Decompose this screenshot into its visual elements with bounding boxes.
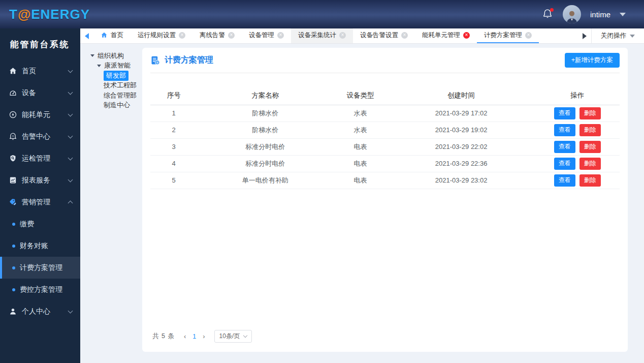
sidebar-subitem-finance-reconciliation[interactable]: 财务对账 xyxy=(0,235,80,257)
billing-plan-card: ¥ 计费方案管理 +新增计费方案 序号方案名称设备类型创建时间操作 1阶梯水价水… xyxy=(142,48,628,352)
cell-created: 2021-03-29 19:02 xyxy=(388,122,535,138)
tree-node[interactable]: 研发部 xyxy=(88,71,142,81)
cell-name: 阶梯水价 xyxy=(197,122,333,138)
svg-text:¥: ¥ xyxy=(156,60,158,64)
sidebar-item-reports[interactable]: 报表服务 xyxy=(0,169,80,191)
user-avatar[interactable] xyxy=(563,5,581,23)
bullet-dot-icon xyxy=(12,245,15,248)
tab-offline-alarm[interactable]: 离线告警× xyxy=(192,28,242,43)
tab-home[interactable]: 首页 xyxy=(93,28,131,43)
column-header: 设备类型 xyxy=(333,89,387,105)
sidebar-menu: 首页设备能耗单元告警中心运检管理报表服务营销管理缴费财务对账计费方案管理费控方案… xyxy=(0,60,80,322)
tab-close-icon[interactable]: × xyxy=(228,32,235,39)
sidebar-item-marketing[interactable]: 营销管理 xyxy=(0,191,80,213)
card-header: ¥ 计费方案管理 +新增计费方案 xyxy=(142,48,628,73)
column-header: 方案名称 xyxy=(197,89,333,105)
sidebar-subitem-payment[interactable]: 缴费 xyxy=(0,213,80,235)
tab-close-icon[interactable]: × xyxy=(179,32,185,39)
sidebar-item-home[interactable]: 首页 xyxy=(0,60,80,82)
sidebar-item-device[interactable]: 设备 xyxy=(0,82,80,104)
view-button[interactable]: 查看 xyxy=(554,107,575,119)
tab-billing-plan-mgmt[interactable]: 计费方案管理× xyxy=(477,28,539,43)
tab-run-rules[interactable]: 运行规则设置× xyxy=(131,28,192,43)
close-operations-label: 关闭操作 xyxy=(601,32,626,40)
tab-bar: 首页运行规则设置×离线告警×设备管理×设备采集统计×设备告警设置×能耗单元管理×… xyxy=(80,28,644,44)
table-row: 5单一电价有补助电表2021-03-29 23:02查看删除 xyxy=(150,172,620,189)
add-billing-plan-button[interactable]: +新增计费方案 xyxy=(565,53,620,68)
cell-no: 3 xyxy=(150,138,197,155)
view-button[interactable]: 查看 xyxy=(554,174,575,187)
pagination-prev-button[interactable]: ‹ xyxy=(182,332,188,340)
tab-label: 能耗单元管理 xyxy=(422,31,460,40)
tab-energy-unit-mgmt[interactable]: 能耗单元管理× xyxy=(415,28,477,43)
cell-type: 水表 xyxy=(333,105,387,122)
marketing-icon xyxy=(9,198,17,206)
view-button[interactable]: 查看 xyxy=(554,124,575,136)
tree-node[interactable]: 综合管理部 xyxy=(88,90,142,101)
view-button[interactable]: 查看 xyxy=(554,158,575,170)
tree-node-label: 制造中心 xyxy=(104,101,130,110)
tree-node-label: 技术工程部 xyxy=(104,81,137,90)
tree-node[interactable]: 技术工程部 xyxy=(88,81,142,91)
tab-scroll-right-icon[interactable] xyxy=(578,28,591,43)
content-area: 首页运行规则设置×离线告警×设备管理×设备采集统计×设备告警设置×能耗单元管理×… xyxy=(80,28,644,363)
sidebar-item-inspection[interactable]: 运检管理 xyxy=(0,147,80,169)
bullet-dot-icon xyxy=(12,288,15,291)
cell-actions: 查看删除 xyxy=(535,172,620,189)
tab-close-icon[interactable]: × xyxy=(463,32,470,39)
sidebar-system-title: 能管前台系统 xyxy=(0,28,80,60)
sidebar-item-alarm-center[interactable]: 告警中心 xyxy=(0,126,80,147)
page-size-select[interactable]: 10条/页 xyxy=(214,330,252,343)
tree-node[interactable]: 制造中心 xyxy=(88,101,142,111)
cell-no: 1 xyxy=(150,105,197,122)
delete-button[interactable]: 删除 xyxy=(579,141,601,153)
tree-node-label: 组织机构 xyxy=(98,51,124,60)
tab-label: 计费方案管理 xyxy=(484,31,522,40)
bullet-dot-icon xyxy=(12,266,15,269)
tab-close-icon[interactable]: × xyxy=(525,32,532,39)
tab-device-mgmt[interactable]: 设备管理× xyxy=(242,28,291,43)
tree-caret-icon[interactable] xyxy=(90,54,94,57)
pagination-next-button[interactable]: › xyxy=(201,332,207,340)
cell-type: 电表 xyxy=(333,138,387,155)
user-menu-caret-icon[interactable] xyxy=(620,13,626,16)
sidebar-subitem-billing-plan[interactable]: 计费方案管理 xyxy=(0,257,80,279)
sidebar-item-label: 能耗单元 xyxy=(22,110,50,119)
delete-button[interactable]: 删除 xyxy=(579,174,601,187)
sidebar-item-label: 设备 xyxy=(22,88,36,98)
tab-close-icon[interactable]: × xyxy=(401,32,408,39)
delete-button[interactable]: 删除 xyxy=(579,158,601,170)
cell-actions: 查看删除 xyxy=(535,105,620,122)
delete-button[interactable]: 删除 xyxy=(579,107,601,119)
tree-caret-icon[interactable] xyxy=(97,65,101,67)
cell-name: 阶梯水价 xyxy=(197,105,333,122)
sidebar-item-energy-unit[interactable]: 能耗单元 xyxy=(0,104,80,126)
sidebar-item-personal-center[interactable]: 个人中心 xyxy=(0,300,80,322)
sidebar-item-label: 首页 xyxy=(22,67,36,76)
sidebar-item-label: 报表服务 xyxy=(22,176,50,185)
tab-device-collect-stats[interactable]: 设备采集统计× xyxy=(291,28,353,43)
delete-button[interactable]: 删除 xyxy=(579,124,601,136)
close-operations-dropdown[interactable]: 关闭操作 xyxy=(591,28,644,43)
sidebar-item-label: 营销管理 xyxy=(22,198,50,207)
chevron-down-icon xyxy=(68,308,73,313)
notification-bell-icon[interactable] xyxy=(542,9,554,20)
cell-created: 2021-03-29 22:02 xyxy=(388,138,535,155)
sidebar-subitem-fee-control-plan[interactable]: 费控方案管理 xyxy=(0,279,80,300)
sidebar: 能管前台系统 首页设备能耗单元告警中心运检管理报表服务营销管理缴费财务对账计费方… xyxy=(0,28,80,363)
tab-close-icon[interactable]: × xyxy=(339,32,346,39)
chevron-up-icon xyxy=(68,201,73,206)
pagination-page-1[interactable]: 1 xyxy=(191,333,198,340)
tab-close-icon[interactable]: × xyxy=(277,32,284,39)
column-header: 序号 xyxy=(150,89,197,105)
tree-node[interactable]: 组织机构 xyxy=(88,51,142,61)
view-button[interactable]: 查看 xyxy=(554,141,575,153)
header-divider xyxy=(150,73,620,73)
tab-scroll-left-icon[interactable] xyxy=(80,28,93,43)
page-size-value: 10条/页 xyxy=(219,332,240,341)
table-row: 1阶梯水价水表2021-03-29 17:02查看删除 xyxy=(150,105,620,122)
tree-node[interactable]: 康派智能 xyxy=(88,61,142,71)
tab-device-alarm-settings[interactable]: 设备告警设置× xyxy=(353,28,415,43)
cell-no: 4 xyxy=(150,155,197,172)
logo-energy: ENERGY xyxy=(31,7,90,22)
